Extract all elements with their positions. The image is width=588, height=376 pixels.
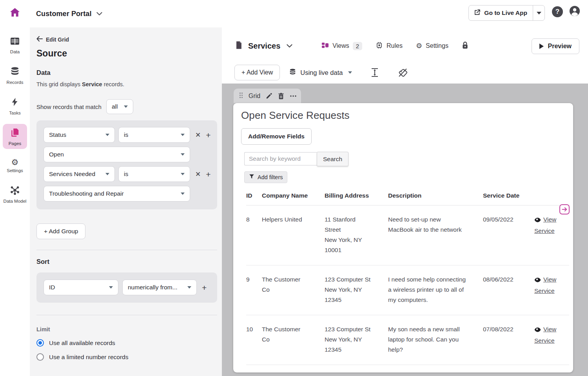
caret-down-icon xyxy=(348,71,352,74)
preview-label: Preview xyxy=(548,43,572,50)
limit-option-limited[interactable]: Use a limited number records xyxy=(36,353,215,361)
sidebar-item-label: Settings xyxy=(7,168,23,173)
table-row: 9 The Customer Co 123 Computer St New Yo… xyxy=(246,265,569,315)
tab-rules[interactable]: Rules xyxy=(376,42,403,51)
caret-down-icon xyxy=(181,153,185,156)
main-area: Services Views 2 Rules ⚙ Settings xyxy=(222,27,588,376)
more-options-icon[interactable] xyxy=(290,95,297,97)
sidebar-item-tasks[interactable]: Tasks xyxy=(3,93,27,118)
radio-unselected-icon xyxy=(36,353,44,361)
grid-view-card: Open Service Requests Add/Remove Fields … xyxy=(233,103,573,372)
data-section-heading: Data xyxy=(36,69,215,76)
cell-id: 10 xyxy=(246,324,263,355)
search-input[interactable] xyxy=(244,152,317,165)
go-to-live-app-label: Go to Live App xyxy=(484,9,527,16)
tab-settings[interactable]: ⚙ Settings xyxy=(416,42,448,49)
help-button[interactable]: ? xyxy=(552,6,563,17)
sidebar-item-label: Tasks xyxy=(9,111,20,115)
database-icon xyxy=(289,68,296,77)
tab-label: Views xyxy=(332,42,349,49)
caret-down-icon xyxy=(105,134,109,136)
tag-slash-icon[interactable] xyxy=(397,67,408,78)
views-count-badge: 2 xyxy=(353,42,362,50)
sort-group: ID numerically from... + xyxy=(36,272,217,303)
live-app-dropdown-toggle[interactable] xyxy=(533,5,544,20)
cell-actions: View Service xyxy=(534,274,569,305)
cell-billing-address: 123 Computer St New York, NY 12345 xyxy=(325,274,388,305)
add-filter-button[interactable]: + xyxy=(206,131,211,139)
tab-views[interactable]: Views 2 xyxy=(321,42,362,51)
question-mark-icon: ? xyxy=(555,8,559,16)
open-record-arrow-button[interactable] xyxy=(559,204,570,214)
page-title: Services xyxy=(248,42,280,51)
left-icon-rail: Data Records Tasks Pages ⚙ Settings Data… xyxy=(0,27,30,376)
records-table: ID Company Name Billing Address Descript… xyxy=(246,192,569,365)
search-button[interactable]: Search xyxy=(317,152,348,166)
page-canvas: Grid Open Service Requests Add/Remove Fi… xyxy=(222,84,588,376)
cell-actions: View Service xyxy=(534,214,569,255)
radio-label: Use a limited number records xyxy=(49,354,128,361)
trash-icon[interactable] xyxy=(278,93,284,100)
go-to-live-app-split-button: Go to Live App xyxy=(468,5,545,21)
fit-height-icon[interactable] xyxy=(370,67,379,78)
remove-filter-button[interactable]: ✕ xyxy=(195,131,201,139)
table-icon xyxy=(10,36,20,47)
sidebar-item-data-model[interactable]: Data Model xyxy=(3,182,27,207)
column-header: Service Date xyxy=(483,192,534,199)
play-icon xyxy=(539,44,544,49)
page-switcher-chevron[interactable] xyxy=(287,44,292,48)
add-view-button[interactable]: + Add View xyxy=(234,65,280,80)
filter-value-select[interactable]: Troubleshooting and Repair xyxy=(44,186,190,202)
add-filter-button[interactable]: + xyxy=(206,170,211,178)
add-remove-fields-button[interactable]: Add/Remove Fields xyxy=(241,128,312,145)
back-to-edit-grid-link[interactable]: Edit Grid xyxy=(36,36,215,43)
divider xyxy=(36,250,217,250)
match-select[interactable]: all xyxy=(106,99,133,114)
data-mode-dropdown[interactable]: Using live data xyxy=(289,68,352,77)
home-button[interactable] xyxy=(7,5,23,21)
cell-company: The Customer Co xyxy=(262,274,325,305)
sidebar-item-records[interactable]: Records xyxy=(3,63,27,88)
cell-actions: View Service xyxy=(534,324,569,355)
external-link-icon xyxy=(474,9,481,17)
chip-icon xyxy=(376,42,383,51)
add-sort-button[interactable]: + xyxy=(202,283,207,292)
caret-down-icon xyxy=(105,173,109,175)
views-icon xyxy=(321,42,329,51)
filter-value-select[interactable]: Open xyxy=(44,147,190,162)
app-switcher[interactable]: Customer Portal xyxy=(36,0,102,27)
limit-option-all[interactable]: Use all available records xyxy=(36,339,215,347)
add-group-button[interactable]: + Add Group xyxy=(36,223,85,239)
lock-icon[interactable] xyxy=(462,41,468,51)
sidebar-item-data[interactable]: Data xyxy=(3,33,27,57)
grid-view-title: Open Service Requests xyxy=(241,109,573,122)
column-header: ID xyxy=(246,192,262,199)
grid-source-description: This grid displays Service records. xyxy=(36,81,215,87)
account-button[interactable] xyxy=(569,6,580,17)
sort-section-heading: Sort xyxy=(36,258,215,265)
source-panel: Edit Grid Source Data This grid displays… xyxy=(30,27,222,376)
preview-button[interactable]: Preview xyxy=(532,38,579,54)
grid-view-tab[interactable]: Grid xyxy=(234,89,301,103)
table-row: 10 The Customer Co 123 Computer St New Y… xyxy=(246,315,569,365)
sidebar-item-settings[interactable]: ⚙ Settings xyxy=(3,154,27,176)
remove-filter-button[interactable]: ✕ xyxy=(195,170,201,178)
column-header: Billing Address xyxy=(325,192,388,199)
go-to-live-app-button[interactable]: Go to Live App xyxy=(469,5,533,20)
sidebar-item-pages[interactable]: Pages xyxy=(3,124,27,149)
sort-direction-select[interactable]: numerically from... xyxy=(122,280,197,295)
cell-id: 9 xyxy=(246,274,263,305)
filter-field-select[interactable]: Services Needed xyxy=(44,166,115,182)
eye-icon xyxy=(534,325,541,336)
edit-pencil-icon[interactable] xyxy=(266,93,272,99)
add-filters-button[interactable]: Add filters xyxy=(244,171,287,183)
drag-handle-icon[interactable] xyxy=(239,92,243,100)
filter-operator-select[interactable]: is xyxy=(118,127,190,143)
sort-field-select[interactable]: ID xyxy=(44,280,118,295)
column-header-actions xyxy=(534,192,569,199)
back-link-label: Edit Grid xyxy=(46,36,69,43)
filter-operator-select[interactable]: is xyxy=(118,166,190,182)
filter-field-select[interactable]: Status xyxy=(44,127,115,143)
divider xyxy=(36,315,217,315)
cell-service-date: 08/06/2022 xyxy=(483,274,534,305)
